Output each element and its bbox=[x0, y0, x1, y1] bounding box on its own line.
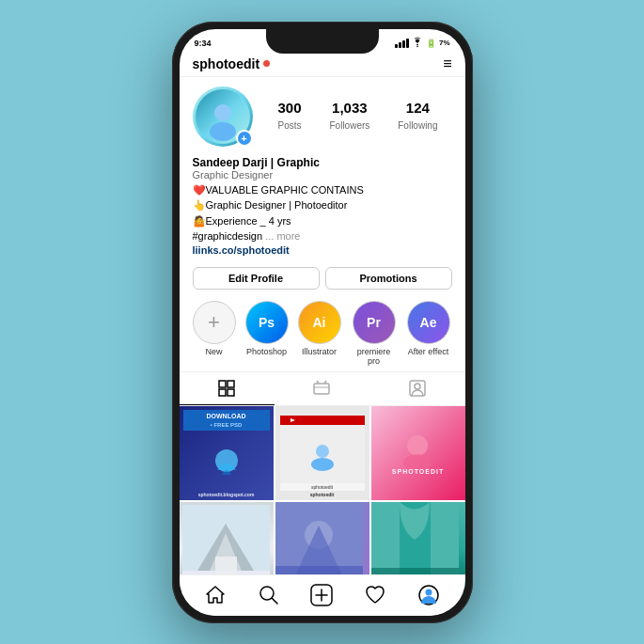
profile-nav-button[interactable] bbox=[414, 580, 444, 610]
promotions-button[interactable]: Promotions bbox=[325, 267, 452, 290]
download-text: DOWNLOAD▪ FREE PSD bbox=[207, 413, 246, 428]
free-psd-text: ▪ FREE PSD bbox=[211, 422, 243, 428]
photo-grid: DOWNLOAD▪ FREE PSD sphotoedit.blogspot.c… bbox=[180, 406, 465, 596]
search-icon bbox=[259, 585, 279, 605]
home-nav-button[interactable] bbox=[200, 580, 230, 610]
nav-bar: sphotoedit ≡ bbox=[180, 50, 465, 77]
battery-icon: 🔋 bbox=[426, 39, 436, 48]
svg-rect-5 bbox=[219, 389, 226, 396]
grid-sphotoedit-label: SPHOTOEDIT bbox=[392, 468, 444, 475]
svg-point-32 bbox=[260, 587, 274, 600]
highlight-ai-circle: Ai bbox=[298, 301, 341, 344]
svg-point-16 bbox=[316, 445, 329, 458]
svg-line-33 bbox=[272, 599, 277, 605]
bio-text: ❤️VALUABLE GRAPHIC CONTAINS 👆Graphic Des… bbox=[193, 182, 452, 244]
heart-nav-button[interactable] bbox=[360, 580, 390, 610]
bio-link[interactable]: liinks.co/sphotoedit bbox=[193, 244, 452, 256]
bio-line3: 🤷Experience _ 4 yrs bbox=[193, 215, 291, 227]
grid-item-2[interactable]: sphotoedit sphotoedit bbox=[275, 406, 369, 500]
wifi-icon bbox=[412, 39, 423, 47]
highlight-ai-label: Illustrator bbox=[302, 347, 337, 356]
notch bbox=[266, 29, 379, 54]
followers-stat: 1,033 Followers bbox=[329, 100, 369, 133]
highlight-pr-label: premiere pro bbox=[351, 347, 398, 366]
followers-count: 1,033 bbox=[329, 100, 369, 116]
bio-line1: ❤️VALUABLE GRAPHIC CONTAINS bbox=[193, 184, 364, 196]
add-nav-button[interactable] bbox=[306, 580, 337, 610]
svg-point-2 bbox=[210, 122, 236, 141]
posts-stat: 300 Posts bbox=[277, 100, 301, 133]
svg-point-18 bbox=[407, 435, 428, 456]
highlight-ae-circle: Ae bbox=[407, 301, 450, 344]
following-count: 124 bbox=[398, 100, 437, 116]
svg-point-38 bbox=[426, 589, 432, 596]
phone-frame: 9:34 🔋 7% spho bbox=[172, 22, 473, 623]
grid-icon bbox=[218, 380, 235, 397]
grid-item-3[interactable]: SPHOTOEDIT bbox=[371, 406, 465, 500]
grid-label-2: sphotoedit bbox=[275, 492, 369, 497]
profile-role: Graphic Designer bbox=[193, 169, 452, 181]
svg-rect-7 bbox=[314, 384, 329, 394]
home-icon bbox=[205, 585, 226, 605]
tv-icon bbox=[313, 380, 330, 397]
highlight-new[interactable]: + New bbox=[193, 301, 236, 366]
profile-nav-icon bbox=[418, 585, 439, 605]
highlight-pr-circle: Pr bbox=[353, 301, 396, 344]
menu-button[interactable]: ≡ bbox=[443, 55, 451, 72]
highlight-illustrator[interactable]: Ai Illustrator bbox=[298, 301, 341, 366]
highlights-section: + New Ps Photoshop Ai Illustrator Pr bbox=[180, 295, 465, 371]
notification-dot bbox=[263, 60, 270, 67]
bio-line4: #graphicdesign bbox=[193, 230, 263, 242]
tab-grid[interactable] bbox=[180, 372, 275, 405]
grid-item-1[interactable]: DOWNLOAD▪ FREE PSD sphotoedit.blogspot.c… bbox=[180, 406, 274, 500]
plus-icon bbox=[310, 584, 333, 606]
phone-screen: 9:34 🔋 7% spho bbox=[180, 29, 465, 616]
tab-reels[interactable] bbox=[275, 372, 369, 405]
highlight-ps-label: Photoshop bbox=[246, 347, 287, 356]
bio-more[interactable]: ... more bbox=[265, 230, 300, 242]
status-time: 9:34 bbox=[195, 39, 212, 48]
youtube-thumb: sphotoedit bbox=[280, 416, 365, 491]
following-stat: 124 Following bbox=[398, 100, 437, 133]
svg-point-0 bbox=[416, 46, 418, 48]
svg-point-12 bbox=[415, 384, 420, 389]
bio-line2: 👆Graphic Designer | Photoeditor bbox=[193, 199, 348, 211]
person-tag-icon bbox=[409, 380, 426, 397]
status-right: 🔋 7% bbox=[395, 39, 450, 48]
posts-count: 300 bbox=[277, 100, 301, 116]
yt-footer: sphotoedit bbox=[280, 483, 365, 491]
svg-rect-3 bbox=[219, 381, 226, 387]
svg-rect-6 bbox=[228, 389, 234, 396]
highlight-aftereffect[interactable]: Ae After effect bbox=[407, 301, 450, 366]
profile-name: Sandeep Darji | Graphic bbox=[193, 156, 452, 169]
profile-top: + 300 Posts 1,033 Followers 124 Followin… bbox=[193, 86, 452, 147]
nav-username: sphotoedit bbox=[193, 56, 271, 71]
profile-stats: 300 Posts 1,033 Followers 124 Following bbox=[264, 100, 452, 133]
grid-label-1: sphotoedit.blogspot.com bbox=[180, 492, 274, 497]
bottom-navigation bbox=[180, 574, 465, 616]
highlight-new-label: New bbox=[205, 347, 222, 356]
tab-tagged[interactable] bbox=[369, 372, 464, 405]
username-text: sphotoedit bbox=[193, 56, 260, 71]
yt-header bbox=[280, 416, 365, 425]
action-buttons: Edit Profile Promotions bbox=[180, 261, 465, 295]
svg-rect-4 bbox=[228, 381, 234, 387]
add-story-button[interactable]: + bbox=[236, 130, 253, 147]
profile-section: + 300 Posts 1,033 Followers 124 Followin… bbox=[180, 77, 465, 152]
edit-profile-button[interactable]: Edit Profile bbox=[193, 267, 320, 290]
yt-content bbox=[280, 425, 365, 483]
heart-icon bbox=[365, 585, 385, 605]
highlight-ae-label: After effect bbox=[408, 347, 448, 356]
svg-point-17 bbox=[311, 458, 334, 471]
highlight-premiere[interactable]: Pr premiere pro bbox=[351, 301, 398, 366]
following-label: Following bbox=[398, 120, 437, 131]
signal-icon bbox=[395, 39, 409, 48]
highlight-ps-circle: Ps bbox=[245, 301, 289, 344]
followers-label: Followers bbox=[329, 120, 369, 131]
svg-point-1 bbox=[214, 104, 231, 121]
highlight-new-circle: + bbox=[193, 301, 236, 344]
search-nav-button[interactable] bbox=[254, 580, 284, 610]
posts-label: Posts bbox=[277, 120, 301, 131]
avatar-wrapper: + bbox=[193, 86, 253, 147]
highlight-photoshop[interactable]: Ps Photoshop bbox=[245, 301, 289, 366]
